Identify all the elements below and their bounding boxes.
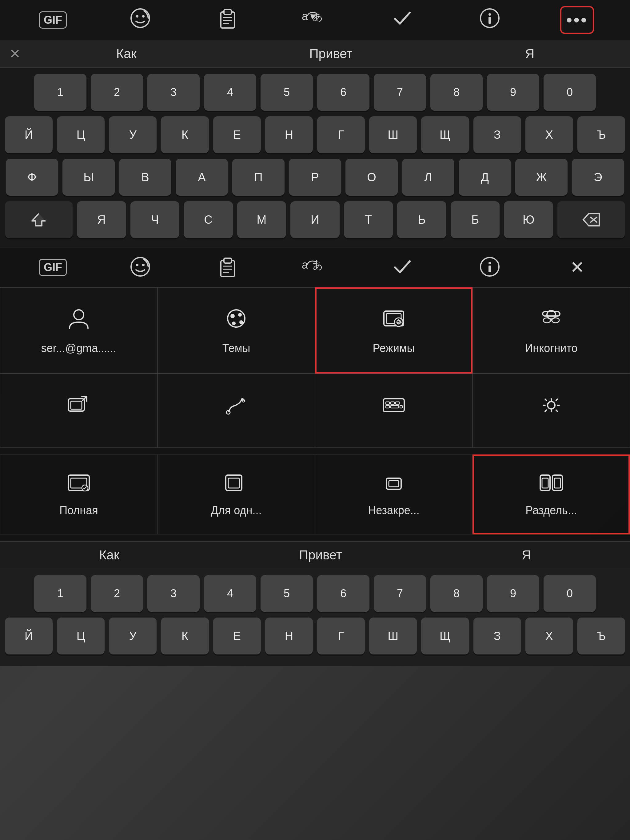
key-b-5[interactable]: 5 [261,575,313,612]
key-ю[interactable]: Ю [504,201,553,238]
mode-one-hand[interactable]: Для одн... [158,455,315,534]
menu-drawing[interactable] [158,374,315,448]
suggestion-3[interactable]: Я [525,46,534,61]
key-з[interactable]: З [474,116,521,153]
clipboard-button[interactable] [211,6,245,34]
key-д[interactable]: Д [459,159,511,196]
translate-button[interactable]: a あ [298,6,332,34]
key-b-1[interactable]: 1 [34,575,87,612]
key-о[interactable]: О [346,159,398,196]
close-menu-button[interactable]: ✕ [560,254,594,281]
key-b-н[interactable]: Н [265,617,313,654]
key-ь[interactable]: Ь [397,201,446,238]
menu-incognito[interactable]: Инкогнито [472,287,630,374]
key-м[interactable]: М [237,201,286,238]
translate-button-2[interactable]: a あ [298,254,332,281]
key-b-2[interactable]: 2 [91,575,143,612]
menu-float[interactable] [0,374,158,448]
key-н[interactable]: Н [265,116,313,153]
key-b-г[interactable]: Г [317,617,365,654]
key-с[interactable]: С [184,201,233,238]
info-button[interactable] [473,6,507,34]
key-а[interactable]: А [176,159,228,196]
key-ц[interactable]: Ц [57,116,104,153]
key-6[interactable]: 6 [317,74,369,111]
menu-settings[interactable] [472,374,630,448]
close-suggestions-button[interactable]: ✕ [9,46,21,62]
more-button[interactable]: ••• [560,6,594,34]
suggestion-bottom-1[interactable]: Как [99,548,119,562]
key-b-ъ[interactable]: Ъ [577,617,625,654]
key-р[interactable]: Р [289,159,341,196]
key-b-4[interactable]: 4 [204,575,256,612]
suggestion-bottom-2[interactable]: Привет [299,548,342,562]
menu-keyboard-layout[interactable] [315,374,472,448]
key-в[interactable]: В [119,159,171,196]
gif-button[interactable]: GIF [36,6,70,34]
key-3[interactable]: 3 [147,74,200,111]
key-b-у[interactable]: У [109,617,156,654]
key-ж[interactable]: Ж [515,159,568,196]
shift-button[interactable] [5,201,73,238]
menu-themes[interactable]: Темы [158,287,315,374]
suggestion-bottom-3[interactable]: Я [522,548,531,562]
key-5[interactable]: 5 [261,74,313,111]
key-я[interactable]: Я [77,201,126,238]
key-b-ц[interactable]: Ц [57,617,104,654]
sticker-button[interactable] [123,6,157,34]
menu-account[interactable]: ser...@gma...... [0,287,158,374]
mode-full[interactable]: Полная [0,455,158,534]
key-b-ш[interactable]: Ш [369,617,417,654]
key-b-к[interactable]: К [161,617,208,654]
account-icon [66,306,91,336]
clipboard-button-2[interactable] [211,254,245,281]
key-х[interactable]: Х [526,116,573,153]
key-7[interactable]: 7 [374,74,426,111]
mode-split[interactable]: Раздель... [472,455,630,534]
key-п[interactable]: П [232,159,284,196]
mode-floating[interactable]: Незакре... [315,455,472,534]
key-э[interactable]: Э [572,159,624,196]
key-й[interactable]: Й [5,116,53,153]
suggestion-1[interactable]: Как [116,46,137,61]
key-b-з[interactable]: З [474,617,521,654]
key-ф[interactable]: Ф [6,159,58,196]
key-ч[interactable]: Ч [130,201,180,238]
backspace-button[interactable] [557,201,625,238]
key-ъ[interactable]: Ъ [577,116,625,153]
key-ы[interactable]: Ы [62,159,115,196]
menu-modes[interactable]: Режимы [315,287,472,374]
key-т[interactable]: Т [344,201,393,238]
key-b-3[interactable]: 3 [147,575,200,612]
key-0[interactable]: 0 [543,74,596,111]
key-2[interactable]: 2 [91,74,143,111]
key-b-8[interactable]: 8 [430,575,483,612]
check-button-2[interactable] [385,254,419,281]
key-ш[interactable]: Ш [369,116,417,153]
key-9[interactable]: 9 [487,74,539,111]
key-е[interactable]: Е [213,116,261,153]
key-8[interactable]: 8 [430,74,483,111]
key-b-7[interactable]: 7 [374,575,426,612]
key-у[interactable]: У [109,116,156,153]
key-b-0[interactable]: 0 [543,575,596,612]
key-b-щ[interactable]: Щ [421,617,469,654]
suggestion-2[interactable]: Привет [309,46,352,61]
key-b-е[interactable]: Е [213,617,261,654]
key-b-9[interactable]: 9 [487,575,539,612]
key-щ[interactable]: Щ [421,116,469,153]
gif-button-2[interactable]: GIF [36,254,70,281]
check-button[interactable] [385,6,419,34]
info-button-2[interactable] [473,254,507,281]
sticker-button-2[interactable] [123,254,157,281]
key-b-6[interactable]: 6 [317,575,369,612]
key-л[interactable]: Л [402,159,454,196]
key-1[interactable]: 1 [34,74,87,111]
key-b-х[interactable]: Х [526,617,573,654]
key-г[interactable]: Г [317,116,365,153]
key-4[interactable]: 4 [204,74,256,111]
key-к[interactable]: К [161,116,208,153]
key-b-й[interactable]: Й [5,617,53,654]
key-и[interactable]: И [291,201,339,238]
key-б[interactable]: Б [451,201,500,238]
